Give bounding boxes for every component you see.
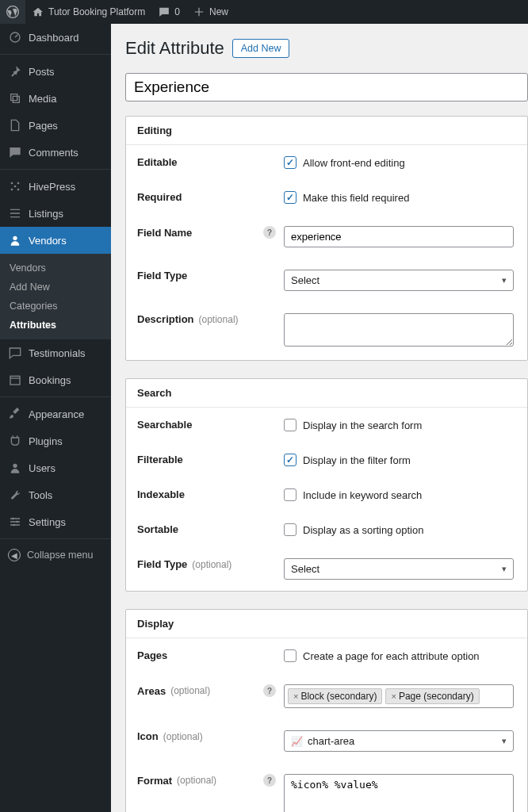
comments-link[interactable]: 0	[151, 0, 186, 24]
site-name-label: Tutor Booking Platform	[48, 6, 145, 17]
site-name-link[interactable]: Tutor Booking Platform	[25, 0, 151, 24]
admin-top-bar: Tutor Booking Platform 0 New	[0, 0, 528, 24]
comment-icon	[158, 6, 170, 18]
new-content-link[interactable]: New	[186, 0, 235, 24]
comment-count: 0	[174, 6, 180, 17]
wordpress-logo-icon	[6, 6, 19, 18]
new-label: New	[209, 6, 228, 17]
wordpress-logo-menu[interactable]	[0, 0, 25, 24]
home-icon	[32, 6, 44, 18]
plus-icon	[193, 6, 205, 18]
